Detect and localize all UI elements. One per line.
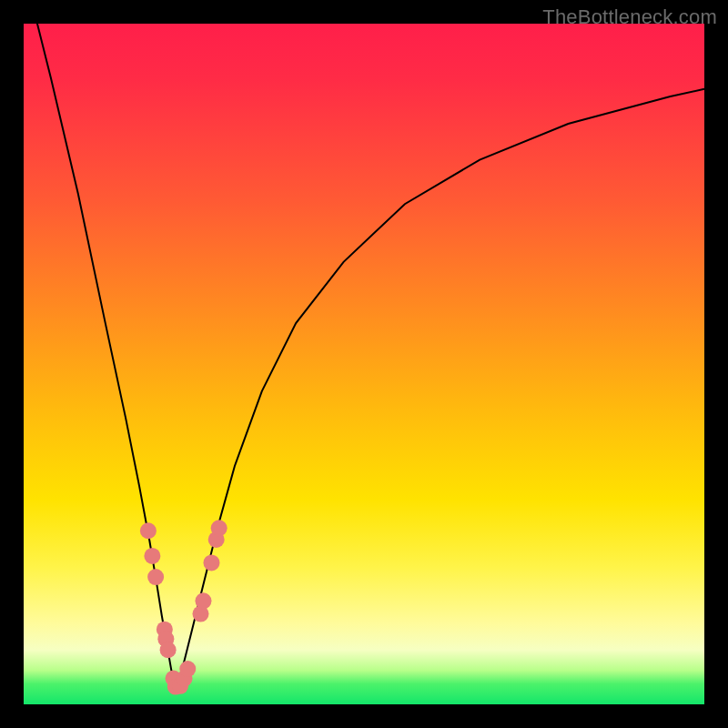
curve-marker — [211, 520, 228, 536]
curve-marker — [140, 522, 157, 539]
outer-frame: TheBottleneck.com — [0, 0, 728, 728]
plot-area — [24, 24, 704, 704]
curve-marker — [147, 569, 164, 585]
curve-marker — [144, 548, 160, 564]
curve-marker — [203, 554, 219, 571]
chart-svg — [24, 24, 704, 704]
watermark-text: TheBottleneck.com — [542, 5, 717, 29]
curve-right-branch — [176, 89, 704, 687]
curve-markers — [140, 520, 228, 694]
curve-marker — [160, 642, 177, 658]
curve-marker — [195, 592, 211, 609]
curve-marker — [179, 661, 196, 677]
bottleneck-curve — [24, 0, 704, 687]
